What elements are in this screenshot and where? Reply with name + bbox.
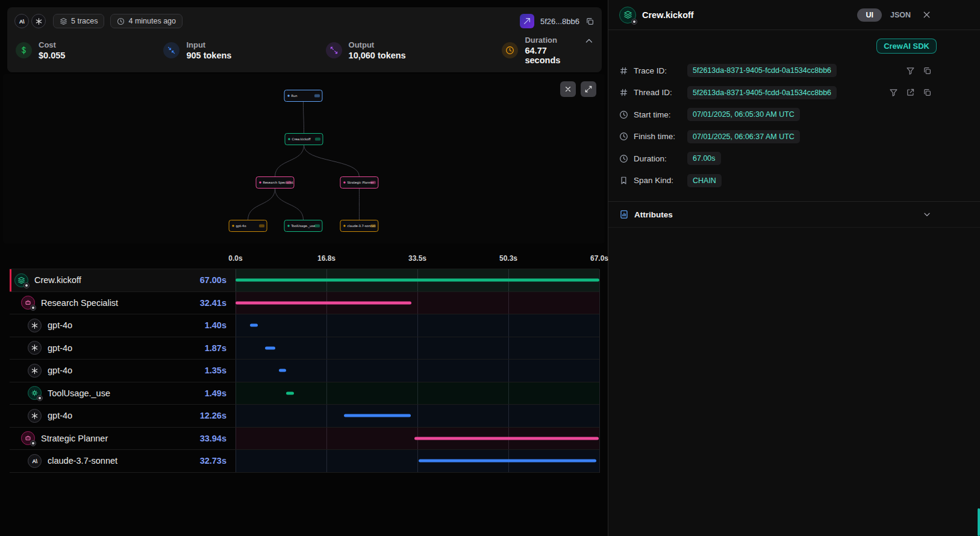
span-bar <box>279 369 286 372</box>
span-name: claude-3.7-sonnet <box>48 456 117 466</box>
svg-text:ToolUsage._use: ToolUsage._use <box>291 224 316 228</box>
timeline-row[interactable]: gpt-4o1.35s <box>10 360 599 382</box>
svg-text:Run: Run <box>292 94 298 98</box>
timeline-row[interactable]: A\claude-3.7-sonnet32.73s <box>10 450 599 473</box>
axis-tick: 50.3s <box>499 254 517 263</box>
trace-age-badge: 4 minutes ago <box>110 14 183 28</box>
openai-icon <box>28 409 42 423</box>
span-title: Crew.kickoff <box>642 10 694 20</box>
collapse-stats-chevron[interactable] <box>584 36 595 46</box>
span-track <box>236 428 599 450</box>
timeline-row[interactable]: gpt-4o1.87s <box>10 337 599 360</box>
copy-icon[interactable] <box>585 17 595 26</box>
timeline-row[interactable]: Strategic Planner33.94s <box>10 428 599 450</box>
field-label: Finish time: <box>634 132 682 141</box>
trace-age-label: 4 minutes ago <box>128 17 176 25</box>
sdk-badge: CrewAI SDK <box>876 39 937 54</box>
graph-close-button[interactable] <box>560 81 576 97</box>
graph-node[interactable]: Crew.kickoff <box>285 134 323 145</box>
time-axis: 0.0s16.8s33.5s50.3s67.0s <box>10 253 599 269</box>
axis-tick: 16.8s <box>317 254 336 263</box>
waterfall-timeline: 0.0s16.8s33.5s50.3s67.0s Crew.kickoff67.… <box>10 253 599 473</box>
svg-text:gpt-4o: gpt-4o <box>236 224 246 228</box>
filter-icon[interactable] <box>889 88 898 97</box>
detail-field: Span Kind:CHAIN <box>619 170 932 192</box>
tab-ui[interactable]: UI <box>857 8 882 22</box>
span-track <box>236 314 599 337</box>
tool-icon <box>28 386 42 400</box>
timeline-row[interactable]: ToolUsage._use1.49s <box>10 382 599 405</box>
span-name: Crew.kickoff <box>34 275 81 285</box>
field-value: 5f2613da-8371-9405-fcdd-0a1534cc8bb6 <box>687 64 837 77</box>
close-sidebar-icon[interactable] <box>922 10 932 20</box>
field-value: CHAIN <box>687 174 722 187</box>
field-label: Trace ID: <box>634 66 682 75</box>
trace-main-panel: A\ 5 traces 4 minutes ago 5f26...8bb6 <box>0 0 608 536</box>
detail-field: Trace ID:5f2613da-8371-9405-fcdd-0a1534c… <box>619 60 932 82</box>
graph-node[interactable]: Run <box>284 90 322 102</box>
span-name: gpt-4o <box>48 366 72 375</box>
openai-logo <box>31 14 46 28</box>
graph-controls <box>560 81 596 97</box>
stat-cost: Cost $0.055 <box>16 40 163 60</box>
external-icon[interactable] <box>906 88 915 97</box>
span-track <box>236 405 599 427</box>
span-details-sidebar: Crew.kickoff UI JSON CrewAI SDK Trace ID… <box>608 0 980 536</box>
graph-node[interactable]: Strategic Planner <box>340 177 378 189</box>
span-duration: 1.49s <box>205 388 236 398</box>
detail-field: Finish time:07/01/2025, 06:06:37 AM UTC <box>619 126 932 148</box>
axis-tick: 67.0s <box>590 254 608 263</box>
stat-output: Output 10,060 tokens <box>326 40 502 60</box>
span-name: gpt-4o <box>48 343 72 353</box>
graph-expand-button[interactable] <box>581 81 596 97</box>
tab-json[interactable]: JSON <box>890 8 911 22</box>
span-bar <box>236 279 599 282</box>
hash-icon <box>619 66 628 75</box>
span-bar <box>344 414 411 417</box>
clock-icon <box>117 17 125 25</box>
field-label: Span Kind: <box>634 176 682 185</box>
timeline-row[interactable]: Crew.kickoff67.00s <box>10 269 599 292</box>
crew-icon <box>14 273 28 287</box>
span-track <box>236 337 599 360</box>
span-duration: 67.00s <box>200 275 236 285</box>
timeline-row[interactable]: gpt-4o12.26s <box>10 405 599 428</box>
span-name: Research Specialist <box>41 298 118 308</box>
stat-duration: Duration 64.77 seconds <box>502 36 584 65</box>
clock-icon <box>619 154 628 163</box>
output-tokens-icon <box>326 42 342 58</box>
copy-icon[interactable] <box>923 66 932 75</box>
filter-icon[interactable] <box>906 66 915 75</box>
graph-node[interactable]: ToolUsage._use <box>284 220 322 232</box>
stats-bar: Cost $0.055 Input 905 tokens Output 10,0… <box>14 36 595 65</box>
agent-icon <box>21 296 35 310</box>
trace-chart-icon[interactable] <box>520 14 534 28</box>
span-duration: 12.26s <box>200 411 236 420</box>
span-bar <box>286 391 294 394</box>
graph-node[interactable]: Research Specialist <box>256 177 294 189</box>
span-duration: 32.73s <box>200 456 236 466</box>
graph-node[interactable]: gpt-4o <box>229 220 267 232</box>
graph-node[interactable]: claude-3.7-sonnet <box>340 220 378 232</box>
timeline-row[interactable]: Research Specialist32.41s <box>10 292 599 315</box>
span-name: Strategic Planner <box>41 434 108 443</box>
detail-field: Thread ID:5f2613da-8371-9405-fcdd-0a1534… <box>619 82 932 104</box>
copy-icon[interactable] <box>923 88 932 97</box>
span-duration: 1.35s <box>205 366 236 375</box>
dollar-icon <box>16 42 32 58</box>
traces-count-badge[interactable]: 5 traces <box>53 14 104 28</box>
attributes-section[interactable]: Attributes <box>608 201 980 228</box>
span-bar <box>265 346 275 349</box>
timeline-row[interactable]: gpt-4o1.40s <box>10 314 599 337</box>
field-label: Start time: <box>634 110 682 119</box>
field-label: Duration: <box>634 154 682 163</box>
crew-icon <box>619 7 636 23</box>
provider-avatars: A\ <box>14 14 46 28</box>
span-track <box>236 360 599 382</box>
anthropic-icon: A\ <box>28 454 42 468</box>
chevron-down-icon <box>922 210 932 219</box>
axis-tick: 33.5s <box>408 254 426 263</box>
traces-count-label: 5 traces <box>71 17 98 25</box>
scrollbar-thumb[interactable] <box>978 508 980 536</box>
trace-graph-canvas[interactable]: RunCrew.kickoffResearch SpecialistStrate… <box>3 74 605 243</box>
